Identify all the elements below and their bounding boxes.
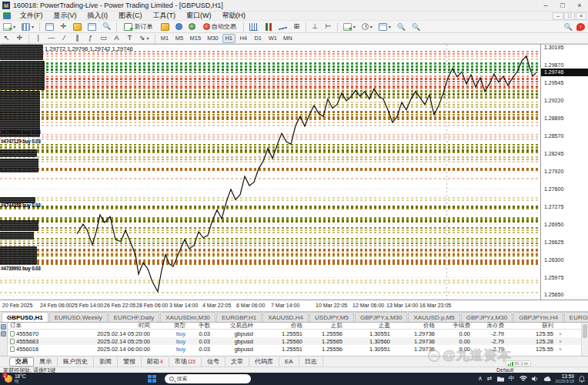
timeframe-button-h4[interactable]: H4 <box>237 34 250 43</box>
chart-tab-xauusdm-m30[interactable]: XAUUSDm,M30 <box>160 312 215 322</box>
terminal-tab-0[interactable]: 交易 <box>9 357 34 367</box>
terminal-tab-2[interactable]: 账户历史 <box>58 357 94 367</box>
terminal-tab-4[interactable]: 警报 <box>118 357 142 367</box>
taskbar-search[interactable]: 搜索 <box>165 374 251 383</box>
terminal-tab-5[interactable]: 邮箱4 <box>142 357 169 367</box>
market-watch-button[interactable] <box>43 22 56 32</box>
menu-item-4[interactable]: 工具(T) <box>148 11 182 21</box>
chart-tab-eurgbp-h1[interactable]: EURGBP,H1 <box>216 312 262 322</box>
templates-button[interactable] <box>376 22 393 32</box>
menu-item-2[interactable]: 插入(I) <box>82 11 114 21</box>
column-header-order[interactable]: 订单 <box>8 323 88 330</box>
chart-tab-gbpjpy-s-m30[interactable]: GBPJPY.s,M30 <box>355 312 408 322</box>
tray-cloud-icon[interactable] <box>543 376 551 382</box>
column-header-time[interactable]: 时间 <box>88 323 152 330</box>
terminal-tab-3[interactable]: 新闻 <box>94 357 118 367</box>
child-minimize-button[interactable]: – <box>553 12 563 20</box>
menu-item-6[interactable]: 帮助(H) <box>217 11 252 21</box>
tray-chevron-up-icon[interactable]: ∧ <box>478 376 483 382</box>
order-row[interactable]: 45560162025.02.14 06:00:00buy0.03gbpusd1… <box>8 345 581 353</box>
fibonacci-tool-button[interactable]: ƒ <box>85 33 96 43</box>
price-axis[interactable]: 1.301951.298701.295451.292201.288951.285… <box>540 45 588 300</box>
chart-pane[interactable]: #4795084 buy 0.03#4747129 buy 0.03#47443… <box>0 45 540 300</box>
chart-tab-gbpjpym-h4[interactable]: GBPJPYm,H4 <box>513 312 563 322</box>
chart-tab-xauusd-h4[interactable]: XAUUSD,H4 <box>262 312 309 322</box>
cursor-tool-button[interactable]: ↖ <box>1 33 12 43</box>
chart-tab-eurusd-weekly[interactable]: EURUSD,Weekly <box>49 312 108 322</box>
maximize-button[interactable]: □ <box>554 1 571 11</box>
chart-tab-gbpusd-h1[interactable]: GBPUSD,H1 <box>2 312 48 322</box>
order-row[interactable]: 45556832025.02.14 05:25:00buy0.03gbpusd1… <box>8 337 581 345</box>
search-icon[interactable]: 🔍 <box>564 23 573 31</box>
taskbar-clock[interactable]: 13:59 2025/3/18 <box>556 374 574 383</box>
chart-tab-eurchf-daily[interactable]: EURCHF,Daily <box>109 312 159 322</box>
timeframe-button-w1[interactable]: W1 <box>266 34 279 43</box>
timeframe-button-m30[interactable]: M30 <box>205 34 221 43</box>
menu-item-1[interactable]: 显示(V) <box>48 11 82 21</box>
chart-tab-gbpjpyz-m30[interactable]: GBPJPYz,M30 <box>461 312 513 322</box>
new-chart-button[interactable] <box>1 22 18 32</box>
child-restore-button[interactable]: □ <box>564 12 575 20</box>
column-header-type[interactable]: 类型 <box>152 323 188 330</box>
timeframe-button-d1[interactable]: D1 <box>252 34 265 43</box>
shapes-tool-button[interactable]: ▭ <box>98 33 109 43</box>
minimize-button[interactable]: – <box>537 1 554 11</box>
tray-volume-icon[interactable] <box>532 376 539 382</box>
column-header-commission[interactable]: 手续费 <box>437 323 473 330</box>
timeframe-button-m5[interactable]: M5 <box>173 34 186 43</box>
column-header-profit[interactable]: 获利 <box>506 323 556 330</box>
menu-item-3[interactable]: 图表(C) <box>113 11 148 21</box>
data-window-button[interactable]: ✛ <box>58 22 69 32</box>
terminal-tab-1[interactable]: 展示 <box>34 357 58 367</box>
tester-button[interactable]: 🔍 <box>100 22 113 32</box>
profiles-button[interactable] <box>19 22 36 32</box>
chart-tab-xauusd-p-m5[interactable]: XAUUSD.p,M5 <box>408 312 459 322</box>
magnify-out-button[interactable]: 🔍 <box>409 22 423 32</box>
metaeditor-button[interactable] <box>159 22 172 32</box>
candle-chart-button[interactable] <box>262 22 275 32</box>
menu-item-5[interactable]: 窗口(W) <box>181 11 217 21</box>
magnify-in-button[interactable]: 🔍 <box>395 22 408 32</box>
start-button[interactable] <box>148 375 159 383</box>
tray-folder-icon[interactable] <box>497 376 504 382</box>
tray-wifi-icon[interactable] <box>520 376 527 382</box>
chart-system-icon[interactable] <box>3 12 11 19</box>
close-order-icon[interactable]: × <box>556 331 565 336</box>
line-chart-button[interactable] <box>276 22 289 32</box>
scrollbar-thumb[interactable] <box>583 324 587 338</box>
close-order-icon[interactable]: × <box>556 339 565 344</box>
terminal-strip-icon[interactable] <box>1 324 6 330</box>
column-header-lots[interactable]: 手数 <box>188 323 212 330</box>
tray-equalizer-icon[interactable]: ⇄ <box>487 376 493 382</box>
column-header-symbol[interactable]: 交易品种 <box>212 323 256 330</box>
arrows-tool-button[interactable]: ⇘ <box>137 33 152 43</box>
crosshair-tool-button[interactable]: ✛ <box>14 33 25 43</box>
close-order-icon[interactable]: × <box>556 346 565 352</box>
terminal-tab-9[interactable]: 代码库 <box>249 357 279 367</box>
periods-button[interactable] <box>359 22 375 32</box>
terminal-scrollbar[interactable] <box>581 323 588 356</box>
navigator-button[interactable] <box>71 22 84 32</box>
order-row[interactable]: 45556702025.02.14 05:20:00buy0.03gbpusd1… <box>8 330 581 337</box>
text-tool-button[interactable]: A <box>111 33 122 43</box>
column-header-tp[interactable]: 止盈 <box>345 323 393 330</box>
terminal-tab-8[interactable]: 文章 <box>226 357 249 367</box>
chart-tab-usdjpy-m5[interactable]: USDJPY,M5 <box>309 312 354 322</box>
menu-item-0[interactable]: 文件(F) <box>15 11 48 21</box>
tray-bell-icon[interactable] <box>579 376 585 383</box>
timeframe-button-m1[interactable]: M1 <box>159 34 172 43</box>
time-axis[interactable]: 20 Feb 202524 Feb 06:0025 Feb 14:0026 Fe… <box>0 300 588 311</box>
zoom-out-chart-button[interactable]: ⊢ <box>322 22 334 32</box>
child-close-button[interactable]: × <box>576 12 586 20</box>
timeframe-button-mn[interactable]: MN <box>281 34 295 43</box>
notification-badge-icon[interactable]: ! <box>576 23 585 31</box>
terminal-tab-6[interactable]: 市场115 <box>169 357 202 367</box>
timeframe-button-h1[interactable]: H1 <box>222 34 236 43</box>
channel-tool-button[interactable]: ∥ <box>72 33 83 43</box>
autotrading-button[interactable]: 自动交易 <box>199 22 240 32</box>
terminal-tab-7[interactable]: 信号 <box>202 357 226 367</box>
column-header-price[interactable]: 价格 <box>393 323 437 330</box>
taskbar-weather-widget[interactable]: 2 18°C 晴 <box>5 374 26 383</box>
chart-tab-eurgbp-m30[interactable]: EURGBP,M30 <box>564 312 588 322</box>
hline-tool-button[interactable]: — <box>45 33 57 43</box>
